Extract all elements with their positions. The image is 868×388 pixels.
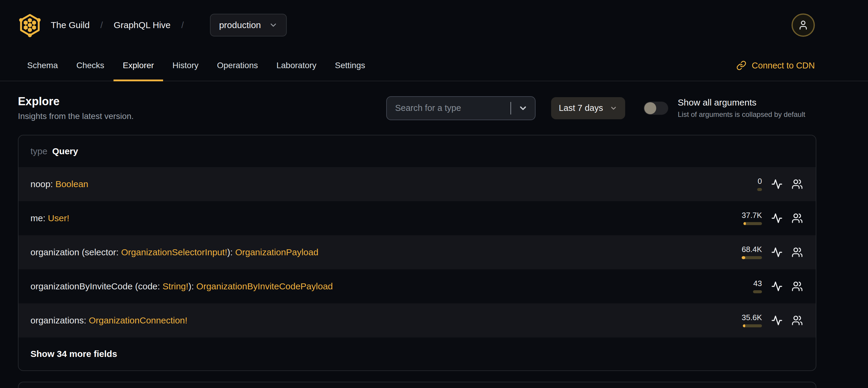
app-header: The Guild / GraphQL Hive / production Sc… [0, 0, 868, 81]
chevron-down-icon [610, 104, 617, 112]
field-traffic: 35.6K [742, 314, 762, 327]
link-icon [736, 60, 746, 70]
type-card-query: type Query noop: Boolean 0 me: User! [18, 135, 816, 371]
tab-checks[interactable]: Checks [67, 50, 114, 81]
connect-to-cdn-button[interactable]: Connect to CDN [736, 50, 815, 81]
field-row-organizations[interactable]: organizations: OrganizationConnection! 3… [19, 303, 816, 337]
date-range-selector[interactable]: Last 7 days [551, 97, 625, 119]
users-icon[interactable] [790, 280, 804, 293]
field-row-meta: 0 [757, 177, 804, 191]
breadcrumb-project[interactable]: GraphQL Hive [114, 20, 170, 30]
user-menu-button[interactable] [792, 13, 815, 37]
toggle-description: List of arguments is collapsed by defaul… [678, 110, 816, 119]
show-more-fields-button[interactable]: Show 34 more fields [19, 337, 816, 370]
show-all-arguments-toggle[interactable] [644, 101, 668, 115]
request-count: 0 [758, 177, 762, 185]
explorer-page: Explore Insights from the latest version… [0, 95, 868, 388]
traffic-bar [757, 188, 762, 191]
field-row-meta: 68.4K [742, 245, 804, 259]
field-signature: organizationByInviteCode (code: String!)… [30, 281, 333, 292]
field-traffic: 37.7K [742, 211, 762, 225]
breadcrumb: The Guild / GraphQL Hive / production [0, 0, 868, 50]
combobox-open-button[interactable] [517, 101, 530, 115]
target-selector[interactable]: production [210, 14, 286, 36]
field-row-meta: 35.6K [742, 314, 804, 327]
connect-to-cdn-label: Connect to CDN [752, 61, 815, 70]
users-icon[interactable] [790, 246, 804, 259]
traffic-bar-fill [743, 222, 746, 225]
tab-label: Laboratory [276, 61, 316, 70]
field-traffic: 68.4K [742, 245, 762, 259]
breadcrumb-org[interactable]: The Guild [51, 20, 90, 30]
tab-explorer[interactable]: Explorer [114, 50, 163, 81]
tab-label: Schema [27, 61, 58, 70]
user-icon [798, 20, 809, 30]
target-selector-value: production [219, 20, 261, 30]
breadcrumb-separator: / [100, 20, 103, 30]
date-range-value: Last 7 days [559, 103, 603, 113]
request-count: 68.4K [742, 245, 762, 253]
field-row-organization[interactable]: organization (selector: OrganizationSele… [19, 235, 816, 269]
traffic-bar-fill [743, 324, 745, 327]
tab-label: Checks [76, 61, 104, 70]
page-title: Explore [18, 95, 134, 108]
field-signature: me: User! [30, 213, 69, 223]
field-traffic: 43 [753, 279, 762, 293]
activity-icon[interactable] [770, 178, 783, 191]
type-kind-label: type [30, 146, 48, 156]
breadcrumb-separator: / [181, 20, 184, 30]
tab-history[interactable]: History [163, 50, 208, 81]
page-heading: Explore Insights from the latest version… [18, 95, 134, 121]
activity-icon[interactable] [770, 246, 783, 259]
traffic-bar-fill [742, 256, 745, 259]
field-signature: noop: Boolean [30, 179, 88, 189]
field-row-noop[interactable]: noop: Boolean 0 [19, 167, 816, 201]
tab-label: Operations [217, 61, 258, 70]
toggle-label: Show all arguments [678, 97, 816, 108]
page-subtitle: Insights from the latest version. [18, 112, 134, 121]
traffic-bar [743, 222, 762, 225]
users-icon[interactable] [790, 314, 804, 327]
toggle-labels: Show all arguments List of arguments is … [678, 97, 816, 119]
request-count: 43 [753, 279, 762, 287]
hive-logo-icon[interactable] [17, 12, 42, 38]
users-icon[interactable] [790, 212, 804, 225]
field-signature: organizations: OrganizationConnection! [30, 316, 187, 326]
activity-icon[interactable] [770, 314, 783, 327]
traffic-bar [743, 324, 762, 327]
field-row-organizationByInviteCode[interactable]: organizationByInviteCode (code: String!)… [19, 269, 816, 303]
tabs: Schema Checks Explorer History Operation… [18, 50, 375, 81]
traffic-bar [753, 290, 762, 293]
tab-label: History [172, 61, 198, 70]
tab-label: Explorer [123, 61, 154, 70]
request-count: 35.6K [742, 314, 762, 321]
request-count: 37.7K [742, 211, 762, 219]
tab-bar: Schema Checks Explorer History Operation… [0, 50, 868, 81]
combobox-divider [510, 102, 511, 115]
field-signature: organization (selector: OrganizationSele… [30, 247, 318, 257]
field-row-meta: 43 [753, 279, 804, 293]
type-search-input[interactable] [395, 103, 508, 113]
type-name: Query [52, 146, 78, 156]
explorer-controls: Last 7 days Show all arguments List of a… [386, 96, 816, 120]
tab-operations[interactable]: Operations [208, 50, 267, 81]
chevron-down-icon [269, 21, 278, 30]
activity-icon[interactable] [770, 280, 783, 293]
toggle-knob [644, 102, 656, 114]
chevron-down-icon [518, 103, 528, 113]
type-search-combobox [386, 96, 535, 120]
traffic-bar [742, 256, 762, 259]
next-type-card [18, 382, 816, 388]
field-list: noop: Boolean 0 me: User! 37.7K [19, 167, 816, 337]
users-icon[interactable] [790, 178, 804, 191]
field-row-meta: 37.7K [742, 211, 804, 225]
field-traffic: 0 [757, 177, 762, 191]
tab-schema[interactable]: Schema [18, 50, 67, 81]
graphql-hive-app: { "header": { "breadcrumb": { "org_label… [0, 0, 868, 388]
activity-icon[interactable] [770, 212, 783, 225]
tab-settings[interactable]: Settings [326, 50, 374, 81]
tab-laboratory[interactable]: Laboratory [267, 50, 326, 81]
tab-label: Settings [335, 61, 365, 70]
field-row-me[interactable]: me: User! 37.7K [19, 201, 816, 235]
type-card-header: type Query [19, 136, 816, 167]
